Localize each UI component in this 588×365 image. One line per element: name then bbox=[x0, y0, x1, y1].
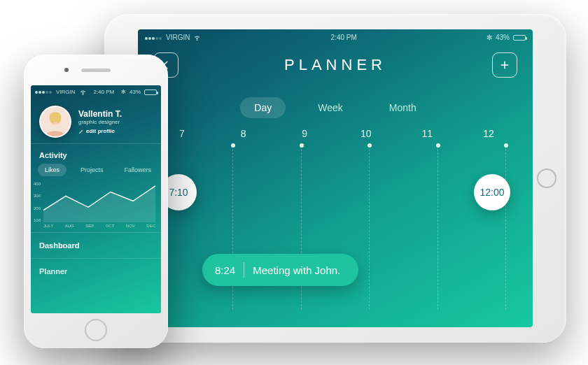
event-title: Meeting with John. bbox=[253, 264, 340, 276]
wifi-icon bbox=[79, 88, 87, 96]
chart-y-labels: 400 300 200 100 bbox=[34, 182, 41, 222]
divider bbox=[244, 262, 244, 278]
tablet-device: VIRGIN 2:40 PM ✻ 43% PLANNER Day Week Mo… bbox=[104, 14, 566, 343]
status-time: 2:40 PM bbox=[331, 34, 357, 41]
event-pill[interactable]: 8:24 Meeting with John. bbox=[202, 254, 358, 286]
wifi-icon bbox=[193, 34, 201, 41]
hour-label: 10 bbox=[349, 128, 384, 139]
menu-planner[interactable]: Planner bbox=[31, 258, 161, 284]
tab-week[interactable]: Week bbox=[304, 97, 357, 118]
avatar[interactable] bbox=[39, 106, 71, 138]
activity-chart: 400 300 200 100 JULY AUG SEP OCT NOV DEC bbox=[43, 182, 155, 231]
profile-name: Vallentin T. bbox=[78, 109, 122, 119]
tablet-home-button[interactable] bbox=[537, 169, 556, 188]
edit-profile-link[interactable]: edit profile bbox=[78, 128, 122, 134]
activity-tabs: Likes Projects Fallowers bbox=[31, 164, 161, 176]
tab-day[interactable]: Day bbox=[240, 97, 286, 118]
battery-pct: 43% bbox=[130, 89, 141, 95]
hour-label: 8 bbox=[226, 128, 261, 139]
hour-label: 11 bbox=[410, 128, 444, 139]
tablet-screen: VIRGIN 2:40 PM ✻ 43% PLANNER Day Week Mo… bbox=[138, 29, 533, 327]
planner-header: PLANNER bbox=[138, 43, 533, 85]
page-title: PLANNER bbox=[284, 56, 386, 74]
phone-device: VIRGIN 2:40 PM ✻ 43% Vallentin T. graphi… bbox=[24, 55, 168, 348]
signal-dots-icon bbox=[35, 89, 52, 95]
phone-screen: VIRGIN 2:40 PM ✻ 43% Vallentin T. graphi… bbox=[31, 85, 161, 313]
profile-block: Vallentin T. graphic designer edit profi… bbox=[31, 99, 161, 143]
plus-icon bbox=[498, 59, 511, 71]
hours-row: 7 8 9 10 11 12 bbox=[148, 128, 523, 139]
phone-status-bar: VIRGIN 2:40 PM ✻ 43% bbox=[31, 85, 161, 99]
time-marker-end[interactable]: 12:00 bbox=[474, 174, 510, 210]
tab-followers[interactable]: Fallowers bbox=[118, 164, 159, 176]
tablet-status-bar: VIRGIN 2:40 PM ✻ 43% bbox=[138, 29, 533, 43]
pencil-icon bbox=[78, 129, 84, 134]
edit-profile-label: edit profile bbox=[86, 128, 115, 134]
add-button[interactable] bbox=[492, 52, 517, 78]
tab-projects[interactable]: Projects bbox=[74, 164, 111, 176]
status-time: 2:40 PM bbox=[93, 89, 114, 95]
signal-dots-icon bbox=[145, 34, 162, 41]
hour-label: 12 bbox=[471, 128, 506, 139]
activity-title: Activity bbox=[31, 143, 161, 164]
chart-x-labels: JULY AUG SEP OCT NOV DEC bbox=[43, 222, 155, 228]
battery-icon bbox=[513, 35, 526, 41]
profile-role: graphic designer bbox=[78, 119, 122, 125]
chart-svg bbox=[43, 182, 155, 222]
phone-camera bbox=[64, 68, 69, 72]
tab-month[interactable]: Month bbox=[375, 97, 430, 118]
phone-speaker bbox=[81, 69, 111, 72]
event-time: 8:24 bbox=[215, 264, 235, 276]
hour-label: 9 bbox=[287, 128, 322, 139]
phone-home-button[interactable] bbox=[85, 319, 107, 341]
tab-likes[interactable]: Likes bbox=[38, 164, 66, 176]
battery-icon bbox=[144, 90, 157, 95]
bluetooth-icon: ✻ bbox=[121, 89, 126, 95]
carrier-label: VIRGIN bbox=[56, 89, 76, 95]
menu-dashboard[interactable]: Dashboard bbox=[31, 232, 161, 258]
timeline: 7 8 9 10 11 12 7:10 12:00 8:24 Meeting w… bbox=[148, 128, 523, 310]
carrier-label: VIRGIN bbox=[166, 34, 190, 41]
bluetooth-icon: ✻ bbox=[486, 34, 492, 41]
hour-label: 7 bbox=[164, 128, 200, 139]
battery-pct: 43% bbox=[496, 34, 510, 41]
view-tabs: Day Week Month bbox=[138, 97, 533, 118]
